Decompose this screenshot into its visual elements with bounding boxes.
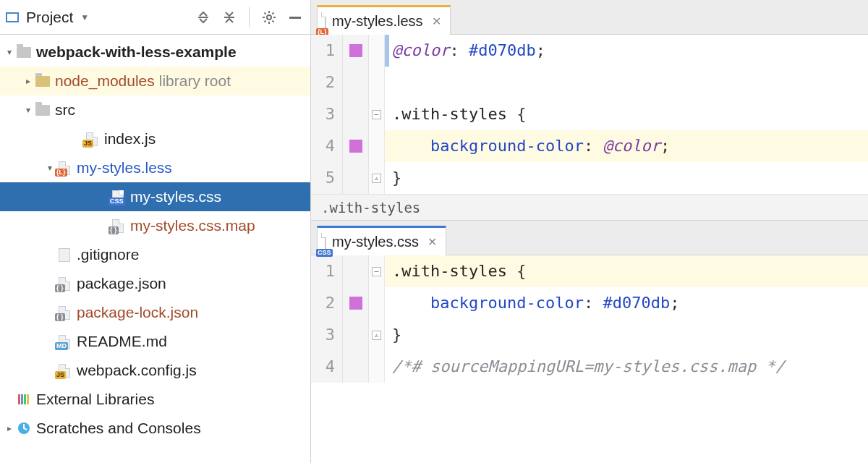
- editor-pane-css: CSS my-styles.css ✕ 1 − .with-styles { 2…: [311, 221, 868, 383]
- tree-node-readme[interactable]: ▸ MD README.md: [0, 327, 310, 356]
- css-file-icon: CSS: [325, 234, 326, 250]
- code-editor-css[interactable]: 1 − .with-styles { 2 background-color: #…: [311, 255, 868, 383]
- js-file-icon: JS: [56, 363, 72, 378]
- scratches-icon: [16, 421, 32, 436]
- code-editor-less[interactable]: 1 @color: #d070db; 2 3 − .with-styles {: [311, 35, 868, 194]
- line-number: 2: [311, 67, 343, 98]
- fold-end[interactable]: ▵: [369, 162, 385, 194]
- editor-pane-less: {L} my-styles.less ✕ 1 @color: #d070db; …: [311, 0, 868, 221]
- chevron-down-icon[interactable]: ▾: [3, 47, 16, 57]
- close-icon[interactable]: ✕: [427, 235, 437, 249]
- tree-node-my-styles-css[interactable]: ▸ CSS my-styles.css: [0, 182, 310, 211]
- svg-line-9: [265, 20, 266, 22]
- tree-node-webpack-config[interactable]: ▸ JS webpack.config.js: [0, 356, 310, 385]
- tree-root[interactable]: ▾ webpack-with-less-example: [0, 38, 310, 67]
- tree-node-my-styles-css-map[interactable]: ▸ { } my-styles.css.map: [0, 211, 310, 240]
- collapse-all-icon[interactable]: [220, 8, 239, 27]
- hide-toolwindow-icon[interactable]: [286, 8, 305, 27]
- gutter-color-swatch[interactable]: [343, 287, 369, 319]
- chevron-down-icon[interactable]: ▾: [22, 105, 35, 115]
- gear-icon[interactable]: [260, 8, 278, 27]
- toolbar-separator: [249, 7, 250, 27]
- svg-rect-13: [21, 394, 23, 404]
- gitignore-file-icon: [56, 247, 72, 262]
- svg-line-7: [265, 12, 266, 14]
- editor-area: {L} my-styles.less ✕ 1 @color: #d070db; …: [311, 0, 868, 463]
- line-number: 2: [311, 287, 343, 319]
- tree-node-package-lock[interactable]: ▸ { } package-lock.json: [0, 298, 310, 327]
- chevron-right-icon[interactable]: ▸: [3, 423, 16, 433]
- line-number: 5: [311, 162, 343, 194]
- tree-node-my-styles-less[interactable]: ▾ {L} my-styles.less: [0, 153, 310, 182]
- json-file-icon: { }: [56, 276, 72, 291]
- editor-tabbar-bottom: CSS my-styles.css ✕: [311, 221, 868, 255]
- tree-label: webpack.config.js: [77, 362, 197, 379]
- editor-tabbar-top: {L} my-styles.less ✕: [311, 0, 868, 35]
- chevron-down-icon[interactable]: ▼: [80, 12, 89, 22]
- project-title[interactable]: Project: [26, 9, 73, 26]
- line-number: 3: [311, 319, 343, 351]
- tree-node-external-libraries[interactable]: ▸ External Libraries: [0, 385, 310, 414]
- project-tree[interactable]: ▾ webpack-with-less-example ▸ node_modul…: [0, 35, 310, 463]
- js-file-icon: JS: [84, 132, 100, 146]
- breadcrumb-item[interactable]: .with-styles: [321, 200, 420, 216]
- json-file-icon: { }: [56, 305, 72, 320]
- tree-label: package-lock.json: [77, 304, 198, 321]
- close-icon[interactable]: ✕: [432, 14, 441, 28]
- map-file-icon: { }: [110, 218, 126, 233]
- tree-node-index-js[interactable]: ▸ JS index.js: [0, 124, 310, 153]
- less-file-icon: {L}: [325, 13, 326, 30]
- svg-rect-15: [27, 394, 29, 404]
- tree-label: my-styles.less: [77, 159, 172, 177]
- folder-icon: [35, 103, 51, 117]
- tree-node-gitignore[interactable]: ▸ .gitignore: [0, 240, 310, 269]
- library-icon: [16, 392, 32, 407]
- tab-my-styles-css[interactable]: CSS my-styles.css ✕: [317, 226, 446, 255]
- line-number: 4: [311, 130, 343, 162]
- fold-end[interactable]: ▵: [369, 319, 385, 351]
- folder-icon: [35, 74, 51, 88]
- editor-breadcrumb[interactable]: .with-styles: [311, 194, 868, 220]
- ide-root: Project ▼ ▾ webpack-with-less-example: [0, 0, 868, 463]
- tree-node-src[interactable]: ▾ src: [0, 95, 310, 124]
- project-toolwindow: Project ▼ ▾ webpack-with-less-example: [0, 0, 311, 463]
- svg-line-10: [273, 12, 274, 14]
- tree-label: node_modules: [55, 72, 155, 90]
- gutter-color-swatch[interactable]: [343, 130, 369, 162]
- tree-label: .gitignore: [77, 246, 139, 263]
- tree-node-package-json[interactable]: ▸ { } package.json: [0, 269, 310, 298]
- tree-label: Scratches and Consoles: [36, 420, 201, 437]
- svg-point-2: [267, 15, 271, 20]
- project-view-icon: [6, 12, 19, 22]
- css-file-icon: CSS: [110, 190, 126, 204]
- fold-gutter: [369, 35, 385, 67]
- svg-line-8: [273, 20, 274, 22]
- tree-node-scratches[interactable]: ▸ Scratches and Consoles: [0, 414, 310, 443]
- line-number: 1: [311, 35, 343, 67]
- caret-line-marker: [385, 35, 389, 67]
- line-number: 4: [311, 351, 343, 383]
- fold-toggle[interactable]: −: [369, 98, 385, 130]
- tab-label: my-styles.less: [332, 13, 423, 30]
- line-number: 3: [311, 98, 343, 130]
- tree-label: External Libraries: [36, 391, 154, 408]
- tree-label: package.json: [77, 275, 166, 292]
- tree-suffix: library root: [159, 72, 231, 90]
- tree-label: index.js: [104, 130, 156, 148]
- tab-my-styles-less[interactable]: {L} my-styles.less ✕: [317, 5, 451, 35]
- md-file-icon: MD: [56, 334, 72, 349]
- tree-label: my-styles.css.map: [130, 217, 255, 234]
- tree-label: README.md: [77, 333, 167, 350]
- tree-label: webpack-with-less-example: [36, 43, 237, 61]
- tree-label: src: [55, 101, 75, 119]
- chevron-right-icon[interactable]: ▸: [22, 76, 35, 86]
- line-number: 1: [311, 255, 343, 287]
- svg-rect-14: [24, 394, 26, 404]
- less-file-icon: {L}: [56, 161, 72, 175]
- svg-rect-11: [289, 17, 301, 19]
- tree-node-node-modules[interactable]: ▸ node_modules library root: [0, 67, 310, 95]
- fold-toggle[interactable]: −: [369, 255, 385, 287]
- expand-all-icon[interactable]: [194, 8, 213, 27]
- gutter-color-swatch[interactable]: [343, 35, 369, 67]
- tree-label: my-styles.css: [130, 188, 221, 205]
